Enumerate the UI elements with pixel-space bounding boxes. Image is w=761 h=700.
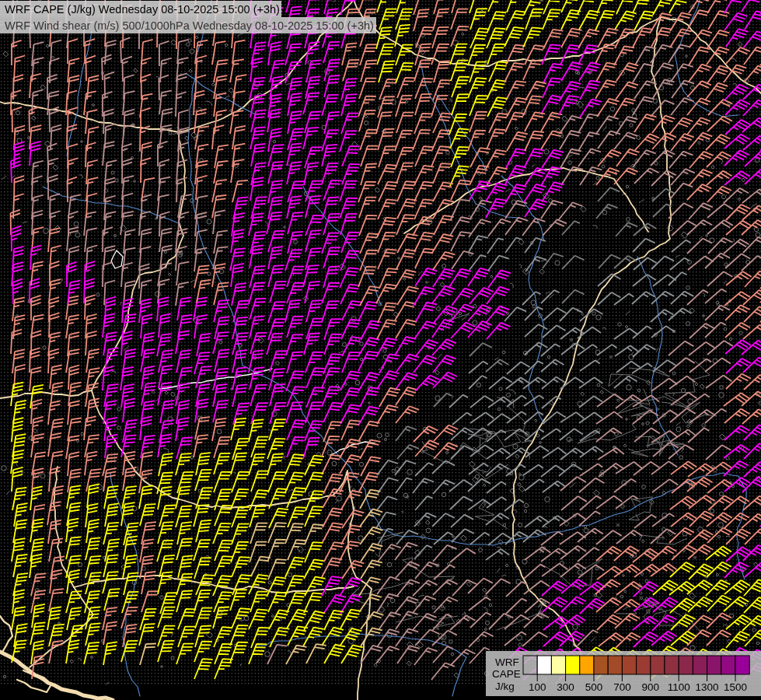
svg-text:100: 100: [529, 681, 546, 693]
svg-text:J/kg: J/kg: [495, 681, 515, 692]
svg-text:700: 700: [613, 681, 631, 693]
svg-text:CAPE: CAPE: [492, 668, 521, 680]
svg-text:WRF Wind shear (m/s) 500/1000h: WRF Wind shear (m/s) 500/1000hPa Wednesd…: [5, 19, 374, 32]
svg-text:300: 300: [557, 681, 574, 693]
svg-text:1300: 1300: [696, 681, 719, 693]
svg-text:WRF CAPE (J/kg) Wednesday 08-1: WRF CAPE (J/kg) Wednesday 08-10-2025 15:…: [5, 3, 280, 16]
svg-text:900: 900: [642, 681, 660, 693]
svg-text:500: 500: [585, 681, 603, 693]
svg-text:1500: 1500: [724, 681, 747, 693]
svg-text:1100: 1100: [668, 681, 690, 693]
svg-text:WRF: WRF: [495, 656, 519, 668]
